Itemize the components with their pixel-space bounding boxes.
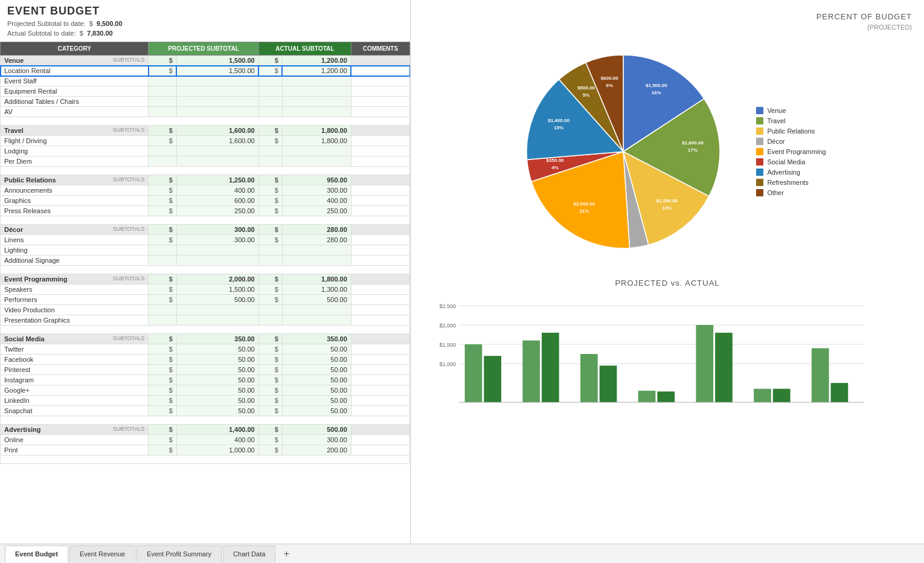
projected-subtotal-value: 2,000.00 [176,274,258,285]
sheet-header: EVENT BUDGET Projected Subtotal to date:… [0,0,410,42]
projected-label: Projected Subtotal to date: [7,20,86,27]
category-header: CATEGORY [1,42,149,56]
add-tab-button[interactable]: + [279,547,294,561]
row-comments [351,305,409,315]
table-row[interactable]: Graphics $ 600.00 $ 400.00 [1,196,410,206]
tab-event-profit-summary[interactable]: Event Profit Summary [136,545,222,562]
row-projected-dollar: $ [149,396,177,406]
row-actual-dollar: $ [258,435,282,445]
subtotal-row: Public Relations SUBTOTALS $ 1,250.00 $ … [1,175,410,185]
row-name: Lighting [1,245,149,256]
svg-text:$1,600.00: $1,600.00 [682,140,704,146]
actual-subtotal-value: 1,800.00 [282,274,351,285]
row-projected-value: 1,000.00 [176,445,258,455]
row-comments [351,344,409,355]
row-projected-value: 50.00 [176,344,258,355]
table-row[interactable]: Video Production [1,305,410,315]
subtotal-comments [351,56,409,66]
svg-text:$600.00: $600.00 [601,76,618,81]
row-projected-dollar: $ [149,365,177,375]
row-name: Google+ [1,385,149,396]
row-comments [351,235,409,245]
subtotal-row: Social Media SUBTOTALS $ 350.00 $ 350.00 [1,334,410,344]
row-projected-value [176,256,258,266]
legend-label: Event Programming [767,148,826,155]
tab-event-revenue[interactable]: Event Revenue [69,545,135,562]
table-row[interactable]: Press Releases $ 250.00 $ 250.00 [1,206,410,216]
row-actual-value: 50.00 [282,375,351,385]
table-row[interactable]: Additional Tables / Chairs [1,97,410,107]
tab-chart-data[interactable]: Chart Data [223,545,275,562]
row-projected-dollar: $ [149,355,177,365]
row-actual-dollar: $ [258,344,282,355]
row-actual-value: 500.00 [282,295,351,305]
row-name: Graphics [1,196,149,206]
svg-text:15%: 15% [554,125,563,130]
table-row[interactable]: Announcements $ 400.00 $ 300.00 [1,185,410,196]
svg-text:17%: 17% [688,147,698,153]
legend-color-box [756,117,763,124]
table-row[interactable]: Pinterest $ 50.00 $ 50.00 [1,365,410,375]
row-actual-value: 1,200.00 [282,66,351,76]
table-row[interactable]: Presentation Graphics [1,315,410,326]
table-row[interactable]: Event Staff [1,76,410,86]
svg-text:$1,000: $1,000 [439,361,456,367]
actual-bar [600,365,617,402]
table-row[interactable]: Print $ 1,000.00 $ 200.00 [1,445,410,455]
table-row[interactable]: Google+ $ 50.00 $ 50.00 [1,385,410,396]
row-name: Equipment Rental [1,86,149,97]
table-row[interactable]: Facebook $ 50.00 $ 50.00 [1,355,410,365]
tab-event-budget[interactable]: Event Budget [5,545,68,562]
table-row[interactable]: Per Diem [1,156,410,167]
table-row[interactable]: Instagram $ 50.00 $ 50.00 [1,375,410,385]
row-projected-dollar: $ [149,375,177,385]
section-name: Venue SUBTOTALS [1,56,149,66]
table-row[interactable]: LinkedIn $ 50.00 $ 50.00 [1,396,410,406]
row-actual-value [282,97,351,107]
table-row[interactable]: Lighting [1,245,410,256]
actual-currency: $ [80,30,83,37]
row-actual-dollar [258,245,282,256]
row-name: Twitter [1,344,149,355]
legend-label: Public Relations [767,127,815,135]
legend-item-advertising: Advertising [756,169,826,176]
bar-chart-title: PROJECTED vs. ACTUAL [423,278,912,288]
row-actual-dollar: $ [258,375,282,385]
row-projected-value [176,315,258,326]
row-projected-dollar [149,245,177,256]
row-actual-dollar: $ [258,285,282,295]
row-actual-value: 50.00 [282,365,351,375]
legend-item-event-programming: Event Programming [756,148,826,155]
table-row[interactable]: Snapchat $ 50.00 $ 50.00 [1,406,410,416]
actual-bar [773,389,791,402]
row-projected-dollar: $ [149,136,177,146]
row-actual-dollar: $ [258,385,282,396]
table-row[interactable]: Equipment Rental [1,86,410,97]
projected-bar [812,348,829,402]
row-name: Print [1,445,149,455]
empty-row [1,455,410,464]
table-row[interactable]: Location Rental $ 1,500.00 $ 1,200.00 [1,66,410,76]
row-actual-dollar: $ [258,66,282,76]
svg-text:$350.00: $350.00 [547,158,564,163]
table-row[interactable]: Twitter $ 50.00 $ 50.00 [1,344,410,355]
row-actual-dollar [258,156,282,167]
table-row[interactable]: Linens $ 300.00 $ 280.00 [1,235,410,245]
table-row[interactable]: Additional Signage [1,256,410,266]
row-name: Additional Tables / Chairs [1,97,149,107]
projected-subtotal-value: 1,600.00 [176,126,258,136]
svg-text:6%: 6% [606,83,614,88]
table-row[interactable]: Speakers $ 1,500.00 $ 1,300.00 [1,285,410,295]
table-row[interactable]: Flight / Driving $ 1,600.00 $ 1,800.00 [1,136,410,146]
row-comments [351,285,409,295]
row-projected-value: 50.00 [176,396,258,406]
app-container: EVENT BUDGET Projected Subtotal to date:… [0,0,924,563]
row-name: Snapchat [1,406,149,416]
table-row[interactable]: Lodging [1,146,410,156]
row-comments [351,97,409,107]
projected-currency: $ [89,20,93,27]
table-row[interactable]: AV [1,107,410,117]
table-row[interactable]: Performers $ 500.00 $ 500.00 [1,295,410,305]
table-row[interactable]: Online $ 400.00 $ 300.00 [1,435,410,445]
section-name: Advertising SUBTOTALS [1,425,149,435]
